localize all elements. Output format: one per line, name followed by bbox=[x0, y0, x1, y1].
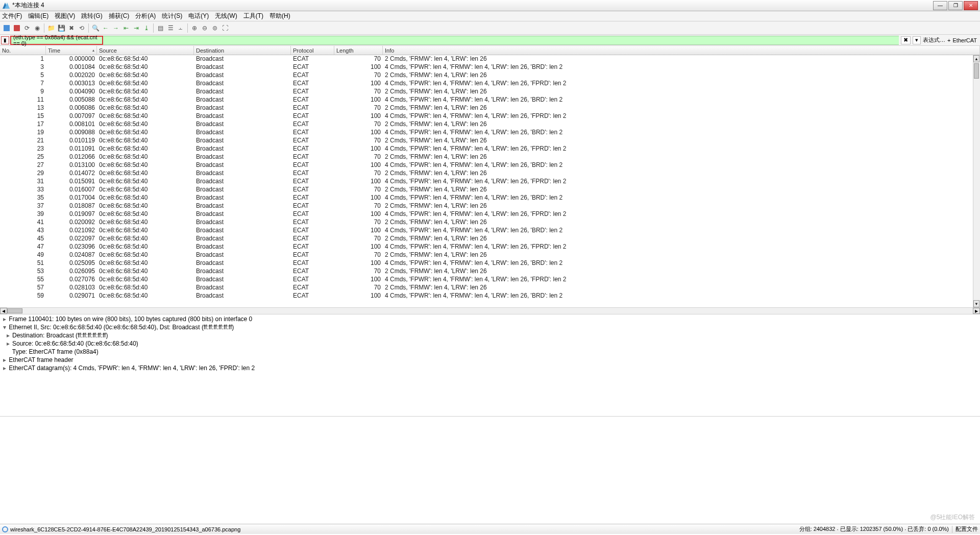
detail-line[interactable]: Type: EtherCAT frame (0x88a4) bbox=[2, 348, 978, 356]
menu-item-3[interactable]: 跳转(G) bbox=[81, 12, 102, 20]
packet-row[interactable]: 370.0180870c:e8:6c:68:5d:40BroadcastECAT… bbox=[0, 202, 980, 210]
packet-row[interactable]: 410.0200920c:e8:6c:68:5d:40BroadcastECAT… bbox=[0, 218, 980, 227]
packet-row[interactable]: 490.0240870c:e8:6c:68:5d:40BroadcastECAT… bbox=[0, 251, 980, 259]
packet-row[interactable]: 70.0030130c:e8:6c:68:5d:40BroadcastECAT1… bbox=[0, 80, 980, 88]
packet-row[interactable]: 390.0190970c:e8:6c:68:5d:40BroadcastECAT… bbox=[0, 210, 980, 218]
col-destination[interactable]: Destination bbox=[194, 46, 291, 55]
packet-row[interactable]: 210.0101190c:e8:6c:68:5d:40BroadcastECAT… bbox=[0, 137, 980, 145]
close-button[interactable]: ✕ bbox=[964, 1, 978, 10]
packet-details[interactable]: ▸ Frame 1100401: 100 bytes on wire (800 … bbox=[0, 314, 980, 417]
zoom-in-icon[interactable]: ⊕ bbox=[190, 23, 199, 33]
horizontal-scrollbar[interactable]: ◀ ▶ bbox=[0, 307, 980, 314]
display-filter-input[interactable]: (eth.type == 0x88a4) && (ecat.cnt == 0) bbox=[10, 36, 103, 45]
zoom-reset-icon[interactable]: ⊜ bbox=[210, 23, 219, 33]
menu-item-7[interactable]: 电话(Y) bbox=[188, 12, 209, 20]
menu-item-10[interactable]: 帮助(H) bbox=[270, 12, 290, 20]
save-file-icon[interactable]: 💾 bbox=[57, 23, 66, 33]
packet-row[interactable]: 30.0010840c:e8:6c:68:5d:40BroadcastECAT1… bbox=[0, 63, 980, 71]
scroll-down-icon[interactable]: ▼ bbox=[973, 300, 979, 307]
packet-row[interactable]: 330.0160070c:e8:6c:68:5d:40BroadcastECAT… bbox=[0, 186, 980, 194]
packet-row[interactable]: 430.0210920c:e8:6c:68:5d:40BroadcastECAT… bbox=[0, 227, 980, 235]
packet-row[interactable]: 10.0000000c:e8:6c:68:5d:40BroadcastECAT7… bbox=[0, 55, 980, 63]
menu-item-4[interactable]: 捕获(C) bbox=[109, 12, 130, 20]
packet-row[interactable]: 170.0081010c:e8:6c:68:5d:40BroadcastECAT… bbox=[0, 120, 980, 129]
scroll-left-icon[interactable]: ◀ bbox=[0, 308, 7, 314]
detail-line[interactable]: ▸ Frame 1100401: 100 bytes on wire (800 … bbox=[2, 315, 978, 324]
packet-row[interactable]: 50.0020200c:e8:6c:68:5d:40BroadcastECAT7… bbox=[0, 71, 980, 80]
col-no[interactable]: No. bbox=[0, 46, 46, 55]
menu-item-2[interactable]: 视图(V) bbox=[55, 12, 75, 20]
detail-line[interactable]: ▸ EtherCAT datagram(s): 4 Cmds, 'FPWR': … bbox=[2, 364, 978, 373]
go-last-icon[interactable]: ⇥ bbox=[132, 23, 141, 33]
display-filter-rest[interactable] bbox=[103, 36, 899, 45]
packet-row[interactable]: 130.0060860c:e8:6c:68:5d:40BroadcastECAT… bbox=[0, 104, 980, 112]
options-icon[interactable]: ☰ bbox=[166, 23, 175, 33]
resize-icon[interactable]: ⛶ bbox=[220, 23, 230, 33]
menu-item-0[interactable]: 文件(F) bbox=[2, 12, 22, 20]
packet-row[interactable]: 350.0170040c:e8:6c:68:5d:40BroadcastECAT… bbox=[0, 194, 980, 202]
go-next-icon[interactable]: → bbox=[111, 23, 120, 33]
packet-list[interactable]: 10.0000000c:e8:6c:68:5d:40BroadcastECAT7… bbox=[0, 55, 980, 307]
filter-bookmark-icon[interactable]: ▮ bbox=[1, 36, 9, 44]
packet-row[interactable]: 190.0090880c:e8:6c:68:5d:40BroadcastECAT… bbox=[0, 129, 980, 137]
packet-row[interactable]: 90.0040900c:e8:6c:68:5d:40BroadcastECAT7… bbox=[0, 88, 980, 96]
go-first-icon[interactable]: ⇤ bbox=[121, 23, 131, 33]
packet-row[interactable]: 290.0140720c:e8:6c:68:5d:40BroadcastECAT… bbox=[0, 169, 980, 178]
packet-row[interactable]: 470.0230960c:e8:6c:68:5d:40BroadcastECAT… bbox=[0, 243, 980, 251]
menu-item-9[interactable]: 工具(T) bbox=[243, 12, 263, 20]
close-file-icon[interactable]: ✖ bbox=[67, 23, 76, 33]
auto-scroll-icon[interactable]: ⤓ bbox=[142, 23, 151, 33]
packet-row[interactable]: 550.0270760c:e8:6c:68:5d:40BroadcastECAT… bbox=[0, 276, 980, 284]
minimize-button[interactable]: — bbox=[933, 1, 947, 10]
stop-capture-icon[interactable] bbox=[12, 23, 21, 33]
status-profile[interactable]: 配置文件 bbox=[955, 525, 978, 533]
menu-item-6[interactable]: 统计(S) bbox=[162, 12, 182, 20]
col-time[interactable]: Time▴ bbox=[46, 46, 97, 55]
packet-row[interactable]: 150.0070970c:e8:6c:68:5d:40BroadcastECAT… bbox=[0, 112, 980, 120]
col-protocol[interactable]: Protocol bbox=[291, 46, 334, 55]
packet-row[interactable]: 570.0281030c:e8:6c:68:5d:40BroadcastECAT… bbox=[0, 284, 980, 292]
capture-options-icon[interactable]: ◉ bbox=[33, 23, 42, 33]
scroll-up-icon[interactable]: ▲ bbox=[973, 55, 979, 62]
detail-line[interactable]: ▸ Destination: Broadcast (ff:ff:ff:ff:ff… bbox=[2, 332, 978, 340]
packet-row[interactable]: 250.0120660c:e8:6c:68:5d:40BroadcastECAT… bbox=[0, 153, 980, 161]
packet-row[interactable]: 310.0150910c:e8:6c:68:5d:40BroadcastECAT… bbox=[0, 178, 980, 186]
maximize-button[interactable]: ❐ bbox=[948, 1, 963, 10]
colorize-icon[interactable]: ▤ bbox=[156, 23, 165, 33]
vertical-scrollbar[interactable]: ▲ ▼ bbox=[973, 55, 980, 307]
scroll-right-icon[interactable]: ▶ bbox=[973, 308, 980, 314]
filter-add-button[interactable]: + bbox=[947, 37, 950, 43]
start-capture-icon[interactable] bbox=[2, 23, 11, 33]
scroll-thumb[interactable] bbox=[974, 63, 979, 79]
zoom-out-icon[interactable]: ⊖ bbox=[200, 23, 209, 33]
detail-line[interactable]: ▸ Source: 0c:e8:6c:68:5d:40 (0c:e8:6c:68… bbox=[2, 340, 978, 348]
filter-ethercat-label[interactable]: EtherCAT bbox=[953, 37, 977, 43]
packet-row[interactable]: 110.0050880c:e8:6c:68:5d:40BroadcastECAT… bbox=[0, 96, 980, 104]
expert-info-icon[interactable] bbox=[2, 526, 8, 532]
find-packet-icon[interactable]: 🔍 bbox=[91, 23, 100, 33]
open-file-icon[interactable]: 📁 bbox=[46, 23, 56, 33]
packet-row[interactable]: 590.0290710c:e8:6c:68:5d:40BroadcastECAT… bbox=[0, 292, 980, 300]
filter-apply-button[interactable]: ▾ bbox=[913, 36, 921, 44]
packet-row[interactable]: 530.0260950c:e8:6c:68:5d:40BroadcastECAT… bbox=[0, 268, 980, 276]
resize-columns-icon[interactable]: ⫠ bbox=[176, 23, 185, 33]
packet-row[interactable]: 450.0220970c:e8:6c:68:5d:40BroadcastECAT… bbox=[0, 235, 980, 243]
packet-bytes[interactable] bbox=[0, 417, 980, 524]
reload-icon[interactable]: ⟲ bbox=[77, 23, 86, 33]
detail-line[interactable]: ▸ EtherCAT frame header bbox=[2, 356, 978, 364]
go-prev-icon[interactable]: ← bbox=[101, 23, 110, 33]
menu-item-8[interactable]: 无线(W) bbox=[215, 12, 237, 20]
menu-item-5[interactable]: 分析(A) bbox=[135, 12, 156, 20]
menu-item-1[interactable]: 编辑(E) bbox=[28, 12, 48, 20]
restart-capture-icon[interactable]: ⟳ bbox=[22, 23, 32, 33]
packet-row[interactable]: 510.0250950c:e8:6c:68:5d:40BroadcastECAT… bbox=[0, 259, 980, 268]
packet-row[interactable]: 230.0110910c:e8:6c:68:5d:40BroadcastECAT… bbox=[0, 145, 980, 153]
filter-expression-label[interactable]: 表达式… bbox=[923, 36, 945, 44]
filter-clear-button[interactable]: ✖ bbox=[901, 36, 911, 44]
packet-row[interactable]: 270.0131000c:e8:6c:68:5d:40BroadcastECAT… bbox=[0, 161, 980, 169]
detail-line[interactable]: ▾ Ethernet II, Src: 0c:e8:6c:68:5d:40 (0… bbox=[2, 324, 978, 332]
col-length[interactable]: Length bbox=[334, 46, 383, 55]
col-source[interactable]: Source bbox=[97, 46, 194, 55]
hscroll-thumb[interactable] bbox=[7, 308, 22, 313]
col-info[interactable]: Info bbox=[383, 46, 980, 55]
